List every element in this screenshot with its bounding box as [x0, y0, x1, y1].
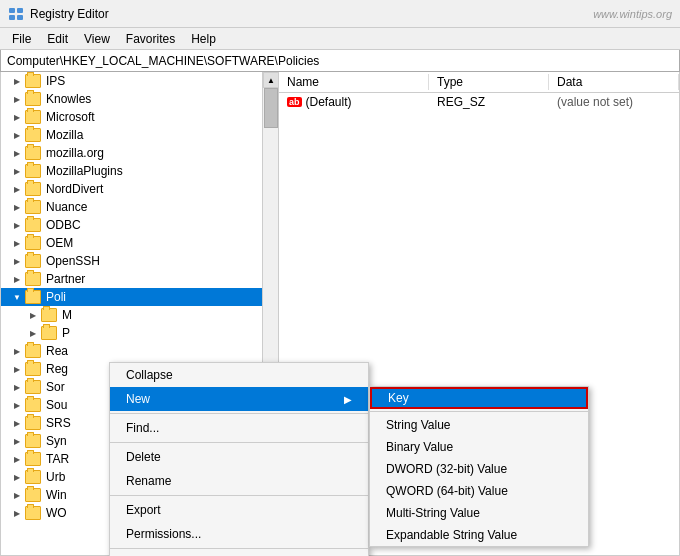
ctx-separator-2 — [110, 442, 368, 443]
col-header-name: Name — [279, 74, 429, 90]
context-menu[interactable]: Collapse New ▶ Find... Delete Rename Exp… — [109, 362, 369, 556]
ctx-find-label: Find... — [126, 421, 159, 435]
tree-item-mozillaplugins[interactable]: ▶ MozillaPlugins — [1, 162, 278, 180]
expand-arrow: ▶ — [25, 325, 41, 341]
ctx-collapse[interactable]: Collapse — [110, 363, 368, 387]
tree-item-knowles[interactable]: ▶ Knowles — [1, 90, 278, 108]
folder-icon — [25, 92, 41, 106]
expand-arrow: ▶ — [9, 271, 25, 287]
expand-arrow: ▶ — [9, 91, 25, 107]
folder-icon — [25, 74, 41, 88]
ctx-export-label: Export — [126, 503, 161, 517]
submenu-multistring-value[interactable]: Multi-String Value — [370, 502, 588, 524]
tree-item-policies[interactable]: ▼ Poli — [1, 288, 278, 306]
ctx-new-label: New — [126, 392, 150, 406]
tree-item-mozilla[interactable]: ▶ Mozilla — [1, 126, 278, 144]
expand-arrow: ▶ — [9, 145, 25, 161]
tree-label: Nuance — [46, 200, 87, 214]
ctx-copy-key[interactable]: Copy Key Name — [110, 551, 368, 556]
tree-item-microsoft[interactable]: ▶ Microsoft — [1, 108, 278, 126]
tree-item-odbc[interactable]: ▶ ODBC — [1, 216, 278, 234]
expand-arrow: ▶ — [9, 199, 25, 215]
tree-label: Urb — [46, 470, 65, 484]
tree-label: Partner — [46, 272, 85, 286]
tree-item-ips[interactable]: ▶ IPS — [1, 72, 278, 90]
tree-label: Knowles — [46, 92, 91, 106]
ctx-collapse-label: Collapse — [126, 368, 173, 382]
ctx-rename[interactable]: Rename — [110, 469, 368, 493]
folder-icon — [25, 362, 41, 376]
folder-icon — [25, 506, 41, 520]
tree-label: OEM — [46, 236, 73, 250]
submenu-dword-value[interactable]: DWORD (32-bit) Value — [370, 458, 588, 480]
tree-item-norddivert[interactable]: ▶ NordDivert — [1, 180, 278, 198]
submenu-binary-value[interactable]: Binary Value — [370, 436, 588, 458]
window-title: Registry Editor — [30, 7, 593, 21]
submenu-string-label: String Value — [386, 418, 450, 432]
tree-label: MozillaPlugins — [46, 164, 123, 178]
ctx-permissions[interactable]: Permissions... — [110, 522, 368, 546]
row-data-default: (value not set) — [549, 95, 679, 109]
submenu-key-label: Key — [388, 391, 409, 405]
folder-icon — [25, 200, 41, 214]
submenu-string-value[interactable]: String Value — [370, 414, 588, 436]
tree-item-child-m[interactable]: ▶ M — [1, 306, 278, 324]
expand-arrow: ▼ — [9, 289, 25, 305]
folder-icon — [41, 308, 57, 322]
tree-label: P — [62, 326, 70, 340]
ctx-export[interactable]: Export — [110, 498, 368, 522]
tree-label: Rea — [46, 344, 68, 358]
expand-arrow: ▶ — [9, 181, 25, 197]
submenu-expandable-value[interactable]: Expandable String Value — [370, 524, 588, 546]
tree-label: SRS — [46, 416, 71, 430]
scroll-thumb[interactable] — [264, 88, 278, 128]
menu-view[interactable]: View — [76, 30, 118, 47]
expand-arrow: ▶ — [9, 415, 25, 431]
tree-label: Sor — [46, 380, 65, 394]
menu-help[interactable]: Help — [183, 30, 224, 47]
tree-item-partner[interactable]: ▶ Partner — [1, 270, 278, 288]
menu-edit[interactable]: Edit — [39, 30, 76, 47]
submenu[interactable]: Key String Value Binary Value DWORD (32-… — [369, 386, 589, 547]
tree-item-child-p[interactable]: ▶ P — [1, 324, 278, 342]
registry-row-default[interactable]: ab (Default) REG_SZ (value not set) — [279, 93, 679, 111]
ctx-find[interactable]: Find... — [110, 416, 368, 440]
ctx-rename-label: Rename — [126, 474, 171, 488]
folder-icon — [25, 272, 41, 286]
ctx-permissions-label: Permissions... — [126, 527, 201, 541]
svg-rect-1 — [17, 8, 23, 13]
column-headers: Name Type Data — [279, 72, 679, 93]
tree-label: IPS — [46, 74, 65, 88]
folder-icon — [25, 110, 41, 124]
submenu-qword-value[interactable]: QWORD (64-bit) Value — [370, 480, 588, 502]
expand-arrow: ▶ — [9, 127, 25, 143]
tree-item-nuance[interactable]: ▶ Nuance — [1, 198, 278, 216]
menu-favorites[interactable]: Favorites — [118, 30, 183, 47]
menu-file[interactable]: File — [4, 30, 39, 47]
ctx-delete-label: Delete — [126, 450, 161, 464]
expand-arrow: ▶ — [25, 307, 41, 323]
folder-icon — [25, 434, 41, 448]
col-header-type: Type — [429, 74, 549, 90]
folder-icon — [25, 182, 41, 196]
ctx-delete[interactable]: Delete — [110, 445, 368, 469]
tree-item-oem[interactable]: ▶ OEM — [1, 234, 278, 252]
svg-rect-0 — [9, 8, 15, 13]
expand-arrow: ▶ — [9, 343, 25, 359]
folder-icon — [25, 164, 41, 178]
submenu-binary-label: Binary Value — [386, 440, 453, 454]
tree-label: mozilla.org — [46, 146, 104, 160]
address-path: Computer\HKEY_LOCAL_MACHINE\SOFTWARE\Pol… — [7, 54, 319, 68]
tree-label: TAR — [46, 452, 69, 466]
tree-item-mozillaorg[interactable]: ▶ mozilla.org — [1, 144, 278, 162]
folder-icon — [25, 146, 41, 160]
expand-arrow: ▶ — [9, 469, 25, 485]
col-header-data: Data — [549, 74, 679, 90]
tree-item-rea[interactable]: ▶ Rea — [1, 342, 278, 360]
tree-label: OpenSSH — [46, 254, 100, 268]
ctx-new[interactable]: New ▶ — [110, 387, 368, 411]
tree-item-openssh[interactable]: ▶ OpenSSH — [1, 252, 278, 270]
scroll-up-button[interactable]: ▲ — [263, 72, 279, 88]
submenu-key[interactable]: Key — [370, 387, 588, 409]
tree-label: Reg — [46, 362, 68, 376]
